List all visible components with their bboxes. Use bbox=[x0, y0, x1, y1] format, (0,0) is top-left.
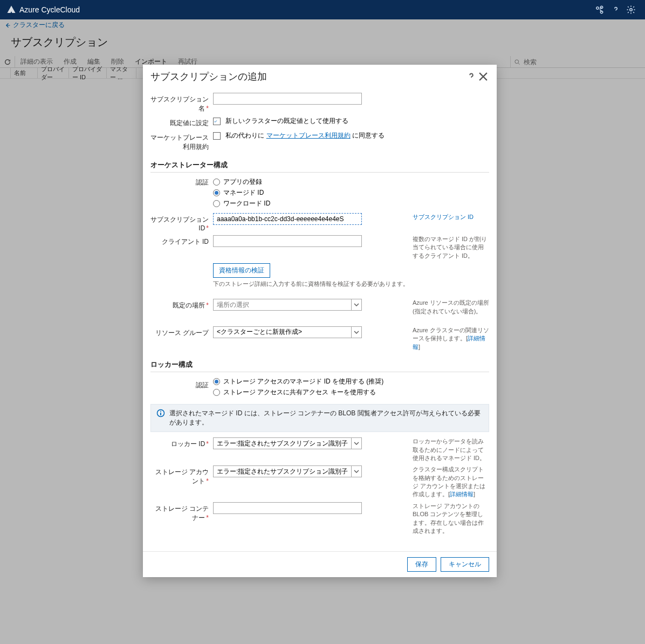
default-location-combo[interactable] bbox=[213, 299, 362, 311]
set-default-label: 既定値に設定 bbox=[150, 117, 213, 128]
dialog-help-icon[interactable] bbox=[465, 71, 477, 83]
default-location-input[interactable] bbox=[213, 299, 351, 311]
storage-account-input[interactable] bbox=[213, 465, 351, 477]
chevron-down-icon[interactable] bbox=[351, 326, 362, 338]
locker-id-side: ロッカーからデータを読み取るためにノードによって使用されるマネージド ID。 bbox=[413, 437, 489, 462]
auth-radio-workload[interactable]: ワークロード ID bbox=[213, 199, 466, 208]
storage-account-side: クラスター構成スクリプトを格納するためのストレージ アカウントを選択または作成し… bbox=[413, 465, 489, 499]
cancel-button[interactable]: キャンセル bbox=[441, 557, 489, 572]
sub-id-label: サブスクリプション ID bbox=[150, 216, 209, 232]
locker-section-title: ロッカー構成 bbox=[150, 357, 489, 372]
sub-id-side-link[interactable]: サブスクリプション ID bbox=[413, 214, 474, 220]
auth-radio-managed[interactable]: マネージド ID bbox=[213, 188, 466, 197]
client-id-label: クライアント ID bbox=[150, 235, 213, 246]
marketplace-checkbox[interactable] bbox=[213, 132, 221, 140]
svg-point-0 bbox=[630, 9, 633, 11]
gear-icon[interactable] bbox=[623, 2, 639, 17]
client-id-input[interactable] bbox=[213, 235, 362, 247]
chevron-down-icon[interactable] bbox=[351, 465, 362, 477]
locker-auth-label: 認証 bbox=[150, 375, 213, 390]
locker-id-input[interactable] bbox=[213, 437, 351, 449]
locker-auth-radio-shared[interactable]: ストレージ アクセスに共有アクセス キーを使用する bbox=[213, 388, 466, 397]
product-name: Azure CycleCloud bbox=[19, 5, 80, 14]
dialog-title: サブスクリプションの追加 bbox=[150, 70, 465, 83]
set-default-text: 新しいクラスターの既定値として使用する bbox=[225, 117, 348, 125]
close-icon[interactable] bbox=[477, 71, 489, 83]
auth-label: 認証 bbox=[150, 176, 213, 187]
info-box: 選択されたマネージド ID には、ストレージ コンテナーの BLOB 閲覧者アク… bbox=[150, 404, 489, 432]
set-default-checkbox[interactable] bbox=[213, 118, 221, 125]
locker-auth-radio-managed[interactable]: ストレージ アクセスのマネージド ID を使用する (推奨) bbox=[213, 377, 466, 386]
azure-logo-icon bbox=[6, 5, 16, 15]
validate-credentials-button[interactable]: 資格情報の検証 bbox=[213, 263, 270, 278]
storage-container-input[interactable] bbox=[213, 502, 362, 514]
chevron-down-icon[interactable] bbox=[351, 437, 362, 449]
locker-id-label: ロッカー ID bbox=[171, 440, 205, 448]
storage-account-label: ストレージ アカウント bbox=[155, 468, 209, 485]
sub-id-input[interactable] bbox=[213, 213, 362, 225]
storage-container-side: ストレージ アカウントの BLOB コンテンツを整理します。存在しない場合は作成… bbox=[413, 502, 489, 536]
resource-group-side: Azure クラスターの関連リソースを保持します。[詳細情報] bbox=[413, 326, 489, 351]
add-subscription-dialog: サブスクリプションの追加 サブスクリプション名* 既定値に設定 新しいクラスター… bbox=[143, 65, 497, 577]
validate-hint: 下のストレージ詳細に入力する前に資格情報を検証する必要があります。 bbox=[213, 280, 466, 288]
marketplace-text: 私の代わりに マーケットプレース利用規約 に同意する bbox=[225, 132, 385, 139]
save-button[interactable]: 保存 bbox=[407, 557, 436, 572]
share-icon[interactable] bbox=[593, 2, 608, 17]
sub-name-label: サブスクリプション名 bbox=[150, 95, 209, 112]
marketplace-label: マーケットプレース利用規約 bbox=[150, 131, 213, 152]
orchestrator-section-title: オーケストレーター構成 bbox=[150, 157, 489, 173]
top-bar: Azure CycleCloud bbox=[0, 0, 645, 19]
storage-container-label: ストレージ コンテナー bbox=[155, 505, 209, 522]
sub-name-input[interactable] bbox=[213, 93, 362, 105]
resource-group-combo[interactable] bbox=[213, 326, 362, 338]
info-text: 選択されたマネージド ID には、ストレージ コンテナーの BLOB 閲覧者アク… bbox=[169, 409, 483, 427]
svg-point-5 bbox=[160, 411, 161, 412]
resource-group-label: リソース グループ bbox=[150, 326, 213, 338]
resource-group-input[interactable] bbox=[213, 326, 351, 338]
storage-account-combo[interactable] bbox=[213, 465, 362, 477]
marketplace-link[interactable]: マーケットプレース利用規約 bbox=[266, 132, 351, 139]
logo bbox=[6, 5, 16, 15]
default-location-label: 既定の場所 bbox=[173, 302, 205, 309]
auth-radio-app[interactable]: アプリの登録 bbox=[213, 177, 466, 187]
locker-id-combo[interactable] bbox=[213, 437, 362, 449]
default-location-side: Azure リソースの既定の場所 (指定されていない場合)。 bbox=[413, 299, 489, 316]
help-icon[interactable] bbox=[608, 2, 623, 17]
sa-more-link[interactable]: 詳細情報 bbox=[450, 491, 474, 497]
client-id-side: 複数のマネージド ID が割り当てられている場合に使用するクライアント ID。 bbox=[413, 235, 489, 260]
info-icon bbox=[156, 409, 165, 419]
chevron-down-icon[interactable] bbox=[351, 299, 362, 311]
